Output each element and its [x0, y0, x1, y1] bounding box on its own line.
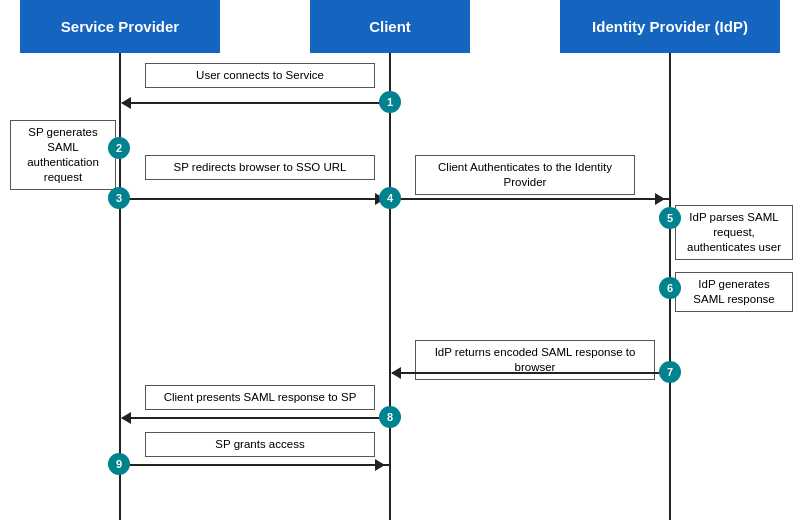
step-5: 5 — [659, 207, 681, 229]
step-3: 3 — [108, 187, 130, 209]
arrow-8 — [122, 417, 390, 419]
step-4: 4 — [379, 187, 401, 209]
step-9: 9 — [108, 453, 130, 475]
sp-lifeline — [119, 53, 121, 520]
msg-sp-redirects: SP redirects browser to SSO URL — [145, 155, 375, 180]
idp-header: Identity Provider (IdP) — [560, 0, 780, 53]
msg-sp-generates: SP generates SAML authentication request — [10, 120, 116, 190]
sp-header: Service Provider — [20, 0, 220, 53]
arrow-3 — [122, 198, 390, 200]
arrow-1 — [122, 102, 390, 104]
step-6: 6 — [659, 277, 681, 299]
arrow-9 — [122, 464, 390, 466]
client-header: Client — [310, 0, 470, 53]
msg-idp-generates: IdP generates SAML response — [675, 272, 793, 312]
step-2: 2 — [108, 137, 130, 159]
msg-sp-grants: SP grants access — [145, 432, 375, 457]
arrow-7 — [392, 372, 670, 374]
saml-diagram: Service Provider Client Identity Provide… — [0, 0, 800, 530]
msg-client-auth: Client Authenticates to the Identity Pro… — [415, 155, 635, 195]
msg-user-connects: User connects to Service — [145, 63, 375, 88]
msg-client-presents: Client presents SAML response to SP — [145, 385, 375, 410]
msg-idp-parses: IdP parses SAML request, authenticates u… — [675, 205, 793, 260]
step-7: 7 — [659, 361, 681, 383]
arrow-4 — [392, 198, 670, 200]
client-lifeline — [389, 53, 391, 520]
step-1: 1 — [379, 91, 401, 113]
step-8: 8 — [379, 406, 401, 428]
